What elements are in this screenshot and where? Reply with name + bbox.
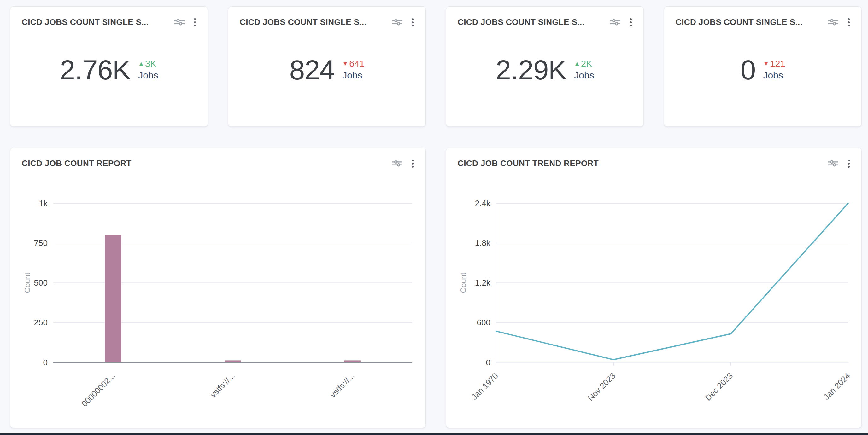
chart-title: CICD JOB COUNT TREND REPORT [458,159,822,168]
more-vertical-icon[interactable] [629,18,632,27]
kpi-value: 2.29K [496,56,566,84]
kpi-card-title: CICD JOBS COUNT SINGLE S... [240,17,386,27]
tune-icon[interactable] [828,160,839,167]
tune-icon[interactable] [828,19,839,26]
card-header: CICD JOBS COUNT SINGLE S... [676,17,850,27]
svg-text:Nov 2023: Nov 2023 [586,371,617,403]
kpi-card-4: CICD JOBS COUNT SINGLE S... 0 ▼121 Jobs [664,6,862,127]
kpi-unit: Jobs [138,70,158,80]
line-chart-card: CICD JOB COUNT TREND REPORT 06001.2k1.8k… [446,147,862,428]
dashboard: CICD JOBS COUNT SINGLE S... 2.76K ▲3K Jo… [0,0,868,428]
kpi-side: ▼641 Jobs [342,59,364,80]
kpi-delta: ▲2K [574,59,592,68]
trend-arrow-icon: ▼ [763,61,769,67]
card-actions [174,18,196,27]
trend-arrow-icon: ▲ [138,61,144,67]
kpi-side: ▲2K Jobs [574,59,594,80]
svg-text:600: 600 [477,318,491,327]
tune-icon[interactable] [174,19,185,26]
svg-text:750: 750 [34,238,48,248]
kpi-card-3: CICD JOBS COUNT SINGLE S... 2.29K ▲2K Jo… [446,6,644,127]
card-header: CICD JOBS COUNT SINGLE S... [22,17,196,27]
card-header: CICD JOBS COUNT SINGLE S... [458,17,632,27]
card-actions [610,18,632,27]
kpi-card-title: CICD JOBS COUNT SINGLE S... [458,17,604,27]
kpi-unit: Jobs [342,70,362,80]
svg-text:0: 0 [486,358,490,367]
svg-text:250: 250 [34,318,48,327]
kpi-delta-value: 641 [349,59,364,68]
svg-text:Dec 2023: Dec 2023 [703,371,735,403]
svg-text:Jan 2024: Jan 2024 [822,371,850,402]
svg-text:00000002...: 00000002... [80,371,117,408]
card-header: CICD JOBS COUNT SINGLE S... [240,17,414,27]
kpi-card-title: CICD JOBS COUNT SINGLE S... [676,17,822,27]
kpi-side: ▲3K Jobs [138,59,158,80]
trend-arrow-icon: ▼ [342,61,348,67]
kpi-unit: Jobs [574,70,594,80]
svg-text:Jan 1970: Jan 1970 [469,371,500,402]
card-header: CICD JOB COUNT REPORT [22,159,414,168]
bar-chart-card: CICD JOB COUNT REPORT 02505007501kCount0… [10,147,426,428]
card-actions [828,159,850,168]
bar-chart: 02505007501kCount00000002...vstfs://...v… [22,171,414,417]
card-actions [392,159,414,168]
kpi-body: 2.29K ▲2K Jobs [458,27,632,116]
svg-text:2.4k: 2.4k [475,199,491,208]
svg-text:0: 0 [43,358,47,367]
kpi-unit: Jobs [763,70,783,80]
svg-text:500: 500 [34,278,48,288]
charts-row: CICD JOB COUNT REPORT 02505007501kCount0… [10,147,862,428]
tune-icon[interactable] [392,19,403,26]
svg-text:vstfs://...: vstfs://... [328,371,356,399]
kpi-value: 0 [740,56,755,84]
kpi-delta: ▼641 [342,59,364,68]
kpi-value: 2.76K [60,56,131,84]
chart-title: CICD JOB COUNT REPORT [22,159,386,168]
more-vertical-icon[interactable] [847,159,850,168]
kpi-side: ▼121 Jobs [763,59,785,80]
kpi-body: 0 ▼121 Jobs [676,27,850,116]
svg-text:Count: Count [459,273,467,293]
kpi-delta: ▲3K [138,59,156,68]
kpi-body: 2.76K ▲3K Jobs [22,27,196,116]
more-vertical-icon[interactable] [194,18,196,27]
trend-arrow-icon: ▲ [574,61,580,67]
tune-icon[interactable] [610,19,621,26]
kpi-delta-value: 121 [770,59,785,68]
card-actions [828,18,850,27]
svg-text:vstfs://...: vstfs://... [209,371,237,399]
svg-text:1k: 1k [39,199,48,208]
kpi-delta-value: 3K [145,59,156,68]
more-vertical-icon[interactable] [847,18,850,27]
kpi-card-title: CICD JOBS COUNT SINGLE S... [22,17,168,27]
more-vertical-icon[interactable] [412,159,414,168]
kpi-body: 824 ▼641 Jobs [240,27,414,116]
svg-text:1.8k: 1.8k [475,238,491,248]
kpi-card-1: CICD JOBS COUNT SINGLE S... 2.76K ▲3K Jo… [10,6,208,127]
card-actions [392,18,414,27]
line-chart: 06001.2k1.8k2.4kCountJan 1970Nov 2023Dec… [458,171,850,417]
tune-icon[interactable] [392,160,403,167]
more-vertical-icon[interactable] [412,18,414,27]
card-header: CICD JOB COUNT TREND REPORT [458,159,850,168]
bottom-edge-bar [0,433,868,435]
svg-text:1.2k: 1.2k [475,278,491,288]
svg-text:Count: Count [23,273,32,293]
kpi-delta: ▼121 [763,59,785,68]
kpi-card-2: CICD JOBS COUNT SINGLE S... 824 ▼641 Job… [228,6,426,127]
kpi-value: 824 [289,56,335,84]
kpi-row: CICD JOBS COUNT SINGLE S... 2.76K ▲3K Jo… [10,6,862,127]
kpi-delta-value: 2K [581,59,592,68]
